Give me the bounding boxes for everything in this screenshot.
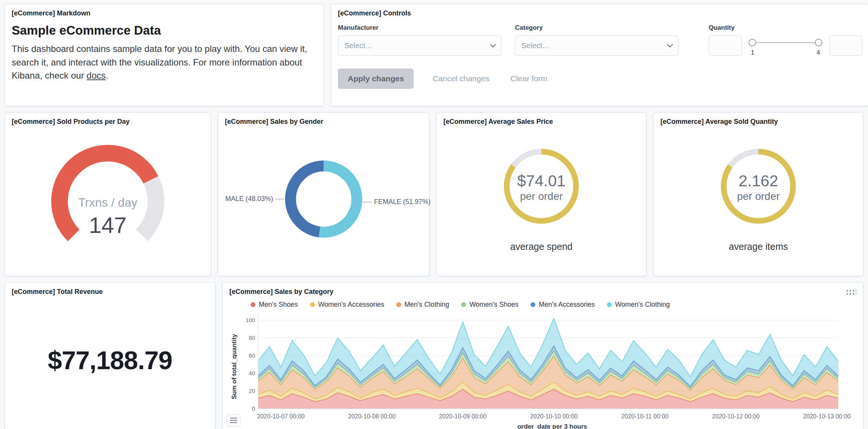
svg-text:80: 80	[249, 335, 255, 341]
legend-label: Women's Clothing	[615, 301, 670, 309]
markdown-text-end: .	[106, 70, 108, 81]
legend-item[interactable]: Men's Accessories	[530, 301, 595, 309]
goal-caption: average spend	[510, 241, 572, 252]
panel-title: [eCommerce] Sales by Category	[229, 288, 333, 296]
goal-value-text: 2.162	[738, 172, 778, 190]
female-slice-label: FEMALE (51.97%)	[374, 198, 431, 205]
svg-text:2020-10-10 00:00: 2020-10-10 00:00	[530, 413, 578, 420]
legend-label: Women's Shoes	[469, 301, 518, 309]
quantity-label: Quantity	[709, 24, 862, 32]
panel-markdown: [eCommerce] Markdown Sample eCommerce Da…	[5, 4, 324, 106]
svg-text:2020-10-08 00:00: 2020-10-08 00:00	[348, 413, 396, 420]
range-slider-handle-left[interactable]	[749, 39, 756, 46]
manufacturer-label: Manufacturer	[338, 24, 501, 32]
panel-average-sales-price: [eCommerce] Average Sales Price $74.01 p…	[436, 112, 646, 276]
svg-text:2020-10-12 00:00: 2020-10-12 00:00	[712, 413, 760, 420]
panel-title: [eCommerce] Total Revenue	[12, 288, 208, 296]
panel-controls: [eCommerce] Controls Manufacturer Select…	[331, 4, 868, 106]
quantity-min-input[interactable]	[709, 35, 742, 56]
manufacturer-placeholder: Select...	[344, 41, 371, 50]
legend-toggle-button[interactable]	[226, 414, 241, 426]
goal-chart: 2.162 per order	[660, 144, 856, 231]
category-select[interactable]: Select...	[515, 35, 679, 56]
slider-min-value: 1	[751, 49, 754, 56]
svg-text:60: 60	[249, 352, 255, 359]
panel-options-icon[interactable]	[845, 289, 856, 296]
svg-text:100: 100	[246, 317, 255, 323]
gauge-chart: Trxns / day 147	[36, 142, 179, 255]
svg-text:0: 0	[252, 405, 255, 412]
gauge-label: Trxns / day	[78, 196, 137, 209]
legend-item[interactable]: Women's Accessories	[310, 301, 384, 309]
docs-link[interactable]: docs	[87, 70, 106, 81]
legend-dot-icon	[310, 302, 315, 307]
cancel-changes-button[interactable]: Cancel changes	[430, 74, 492, 84]
legend-label: Men's Shoes	[259, 301, 298, 309]
male-slice-label: MALE (48.03%)	[225, 195, 273, 202]
panel-title: [eCommerce] Sales by Gender	[225, 118, 422, 126]
panel-average-sold-quantity: [eCommerce] Average Sold Quantity 2.162 …	[653, 112, 863, 276]
legend-item[interactable]: Women's Clothing	[607, 301, 670, 309]
total-revenue-value: $77,188.79	[48, 345, 172, 375]
y-axis-label: Sum of total_quantity	[229, 319, 239, 414]
legend-dot-icon	[251, 302, 255, 307]
range-slider-handle-right[interactable]	[815, 39, 822, 46]
goal-caption: average items	[729, 241, 788, 252]
markdown-heading: Sample eCommerce Data	[12, 23, 317, 38]
chevron-down-icon	[490, 41, 496, 47]
legend-label: Men's Clothing	[405, 301, 449, 309]
legend-dot-icon	[461, 302, 466, 307]
category-placeholder: Select...	[521, 41, 549, 50]
chart-legend: Men's ShoesWomen's AccessoriesMen's Clot…	[251, 301, 856, 309]
legend-label: Men's Accessories	[539, 301, 595, 309]
clear-form-button[interactable]: Clear form	[508, 74, 550, 84]
markdown-body: This dashboard contains sample data for …	[12, 42, 313, 82]
legend-dot-icon	[396, 302, 401, 307]
panel-sales-by-category: [eCommerce] Sales by Category Men's Shoe…	[222, 282, 863, 429]
panel-title: [eCommerce] Controls	[338, 9, 862, 17]
svg-text:2020-10-07 00:00: 2020-10-07 00:00	[257, 413, 304, 420]
panel-total-revenue: [eCommerce] Total Revenue $77,188.79	[5, 282, 215, 429]
svg-text:2020-10-11 00:00: 2020-10-11 00:00	[621, 413, 668, 420]
manufacturer-control: Manufacturer Select...	[338, 24, 501, 59]
category-control: Category Select...	[515, 24, 679, 59]
goal-value-text: $74.01	[517, 172, 565, 190]
panel-title: [eCommerce] Average Sold Quantity	[660, 118, 856, 126]
list-icon	[230, 418, 237, 423]
legend-dot-icon	[530, 302, 535, 307]
legend-item[interactable]: Women's Shoes	[461, 301, 518, 309]
legend-item[interactable]: Men's Shoes	[251, 301, 298, 309]
panel-sold-products-per-day: [eCommerce] Sold Products per Day Trxns …	[5, 112, 211, 276]
legend-label: Women's Accessories	[318, 301, 384, 309]
panel-sales-by-gender: [eCommerce] Sales by Gender MALE (48.03%…	[218, 112, 429, 276]
chevron-down-icon	[667, 41, 673, 47]
svg-text:20: 20	[249, 388, 255, 394]
quantity-control: Quantity 1 4	[709, 24, 862, 59]
stacked-area-chart: 0204060801002020-10-07 00:002020-10-08 0…	[239, 311, 842, 422]
slider-max-value: 4	[817, 49, 820, 56]
quantity-max-input[interactable]	[829, 35, 862, 56]
svg-text:40: 40	[249, 370, 255, 376]
panel-title: [eCommerce] Markdown	[12, 9, 317, 17]
goal-unit-text: per order	[520, 190, 563, 202]
manufacturer-select[interactable]: Select...	[338, 35, 501, 56]
dashboard: [eCommerce] Markdown Sample eCommerce Da…	[0, 0, 868, 429]
goal-chart: $74.01 per order	[443, 144, 639, 231]
x-axis-label: order_date per 3 hours	[248, 423, 856, 429]
legend-item[interactable]: Men's Clothing	[396, 301, 449, 309]
legend-dot-icon	[607, 302, 612, 307]
panel-title: [eCommerce] Sold Products per Day	[12, 118, 204, 126]
svg-text:2020-10-09 00:00: 2020-10-09 00:00	[439, 413, 486, 420]
svg-text:2020-10-13 00:00: 2020-10-13 00:00	[803, 413, 851, 420]
gender-donut-chart: MALE (48.03%) FEMALE (51.97%)	[225, 142, 422, 255]
goal-unit-text: per order	[737, 190, 780, 202]
panel-title: [eCommerce] Average Sales Price	[443, 118, 639, 126]
slider-track[interactable]	[752, 42, 819, 43]
markdown-text: This dashboard contains sample data for …	[12, 44, 307, 81]
apply-changes-button[interactable]: Apply changes	[338, 68, 414, 89]
category-label: Category	[515, 24, 679, 32]
quantity-range-slider[interactable]: 1 4	[749, 35, 822, 59]
gauge-value-text: 147	[89, 213, 127, 238]
